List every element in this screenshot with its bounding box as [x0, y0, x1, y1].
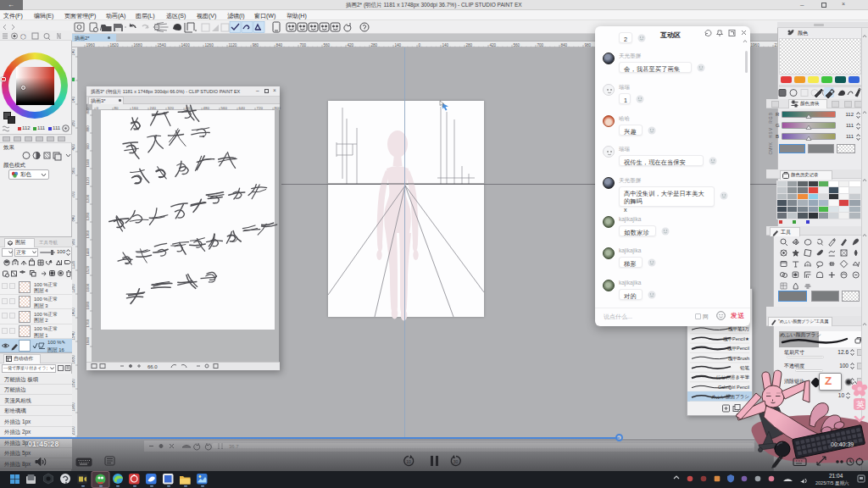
- svg-text:1360: 1360: [86, 230, 90, 238]
- svg-text:1600: 1600: [86, 283, 90, 291]
- svg-text:2025/7/5 星期六: 2025/7/5 星期六: [815, 480, 849, 485]
- svg-text:0: 0: [97, 106, 99, 110]
- svg-text:1680: 1680: [134, 43, 143, 47]
- svg-text:1120: 1120: [229, 43, 237, 47]
- svg-text:1960: 1960: [751, 43, 760, 47]
- svg-text:1840: 1840: [86, 336, 90, 345]
- svg-text:英: 英: [856, 400, 865, 409]
- svg-text:1440: 1440: [86, 247, 90, 256]
- svg-text:240: 240: [150, 106, 157, 110]
- svg-text:560: 560: [221, 106, 228, 110]
- svg-text:1680: 1680: [86, 301, 90, 309]
- svg-text:880: 880: [86, 125, 90, 132]
- svg-text:1260: 1260: [205, 43, 214, 47]
- svg-text:0: 0: [419, 43, 421, 47]
- svg-text:1820: 1820: [110, 43, 120, 47]
- svg-text:1120: 1120: [86, 177, 90, 186]
- svg-text:1520: 1520: [86, 265, 90, 274]
- svg-text:1960: 1960: [86, 43, 96, 47]
- svg-text:1280: 1280: [86, 212, 90, 220]
- svg-text:1400: 1400: [181, 43, 191, 47]
- svg-text:1760: 1760: [86, 319, 90, 327]
- svg-text:720: 720: [257, 106, 264, 110]
- svg-text:320: 320: [168, 106, 175, 110]
- svg-text:21:04: 21:04: [829, 473, 843, 479]
- svg-text:800: 800: [86, 108, 90, 114]
- svg-text:1200: 1200: [86, 194, 90, 202]
- svg-text:160: 160: [132, 106, 139, 110]
- svg-text:◯: ◯: [20, 34, 26, 40]
- svg-text:1540: 1540: [158, 43, 167, 47]
- svg-text:800: 800: [275, 106, 281, 110]
- svg-text:640: 640: [239, 106, 246, 110]
- svg-text:80: 80: [114, 106, 119, 110]
- svg-text:1040: 1040: [86, 158, 90, 167]
- svg-text:66.0: 66.0: [147, 364, 158, 369]
- svg-text:480: 480: [203, 106, 210, 110]
- svg-text:960: 960: [86, 143, 90, 150]
- svg-text:10: 10: [406, 459, 411, 464]
- svg-text:30: 30: [453, 459, 459, 464]
